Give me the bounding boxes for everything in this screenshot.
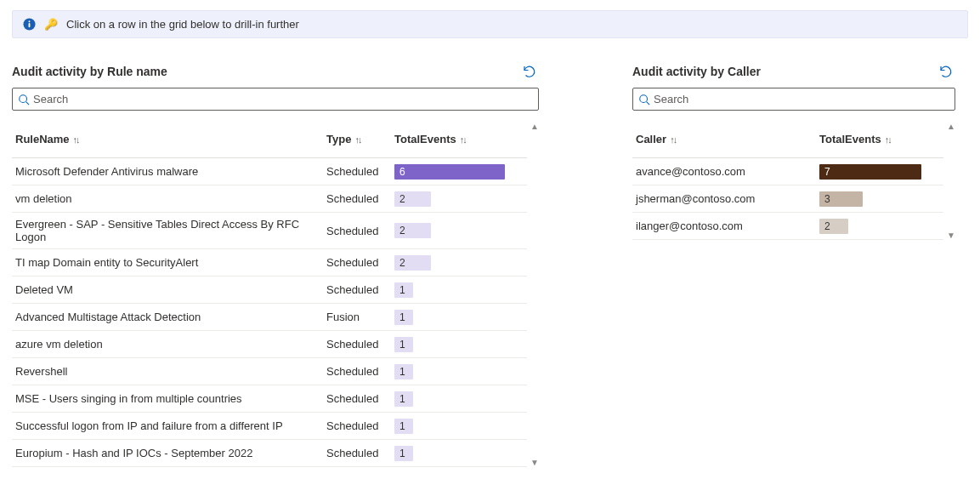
undo-button[interactable]: [937, 62, 955, 81]
sort-icon[interactable]: ↑↓: [670, 134, 676, 145]
info-icon: [23, 18, 36, 31]
cell-type: Scheduled: [326, 414, 394, 437]
table-row[interactable]: TI map Domain entity to SecurityAlertSch…: [12, 249, 527, 277]
cell-totalevents: 1: [394, 335, 505, 354]
cell-totalevents: 1: [394, 417, 505, 436]
header-type[interactable]: Type ↑↓: [326, 128, 394, 151]
search-box[interactable]: [12, 88, 539, 111]
cell-totalevents: 3: [819, 190, 921, 208]
caller-grid-header: Caller ↑↓ TotalEvents ↑↓: [632, 123, 943, 158]
cell-totalevents: 1: [394, 308, 505, 327]
cell-type: Fusion: [326, 305, 394, 328]
table-row[interactable]: azure vm deletionScheduled1: [12, 331, 527, 358]
cell-caller: ilanger@contoso.com: [632, 214, 819, 237]
table-row[interactable]: Deleted VMScheduled1: [12, 277, 527, 304]
svg-rect-1: [29, 23, 31, 27]
search-input[interactable]: [30, 91, 533, 107]
rule-grid-header: RuleName ↑↓ Type ↑↓ TotalEvents ↑↓: [12, 123, 527, 158]
search-box[interactable]: [632, 88, 955, 111]
panel-caller-title: Audit activity by Caller: [632, 65, 761, 78]
search-icon: [638, 94, 650, 105]
cell-type: Scheduled: [326, 333, 394, 356]
cell-totalevents: 1: [394, 362, 505, 381]
search-icon: [18, 94, 30, 105]
table-row[interactable]: MSE - Users singing in from multiple cou…: [12, 385, 527, 413]
cell-rulename: Microsoft Defender Antivirus malware: [12, 160, 326, 183]
cell-type: Scheduled: [326, 220, 394, 242]
scroll-track[interactable]: [532, 133, 537, 457]
table-row[interactable]: vm deletionScheduled2: [12, 185, 527, 213]
cell-totalevents: 2: [819, 217, 921, 236]
cell-totalevents: 7: [819, 163, 921, 181]
cell-totalevents: 2: [394, 254, 505, 272]
cell-rulename: Revershell: [12, 360, 326, 383]
svg-point-5: [640, 94, 648, 102]
cell-rulename: Deleted VM: [12, 278, 326, 301]
cell-type: Scheduled: [326, 160, 394, 183]
cell-rulename: Europium - Hash and IP IOCs - September …: [12, 442, 326, 465]
cell-rulename: vm deletion: [12, 187, 326, 210]
header-totalevents[interactable]: TotalEvents ↑↓: [819, 128, 921, 151]
scrollbar[interactable]: ▲ ▼: [943, 123, 955, 240]
header-totalevents[interactable]: TotalEvents ↑↓: [394, 128, 505, 151]
cell-totalevents: 2: [394, 221, 505, 240]
rule-grid: RuleName ↑↓ Type ↑↓ TotalEvents ↑↓ Micro…: [12, 123, 527, 467]
sort-icon[interactable]: ↑↓: [354, 134, 360, 145]
svg-line-4: [26, 101, 30, 105]
cell-caller: avance@contoso.com: [632, 160, 819, 183]
cell-type: Scheduled: [326, 387, 394, 410]
cell-type: Scheduled: [326, 442, 394, 465]
cell-caller: jsherman@contoso.com: [632, 187, 819, 210]
svg-rect-2: [29, 20, 31, 22]
scrollbar[interactable]: ▲ ▼: [527, 123, 539, 467]
scroll-up-icon[interactable]: ▲: [947, 123, 955, 131]
cell-rulename: MSE - Users singing in from multiple cou…: [12, 387, 326, 410]
sort-icon[interactable]: ↑↓: [460, 134, 466, 145]
scroll-down-icon[interactable]: ▼: [947, 231, 955, 240]
scroll-track[interactable]: [949, 133, 954, 230]
table-row[interactable]: avance@contoso.com7: [632, 158, 943, 185]
panel-rule-title: Audit activity by Rule name: [12, 65, 167, 78]
svg-line-6: [647, 101, 650, 105]
table-row[interactable]: Microsoft Defender Antivirus malwareSche…: [12, 158, 527, 185]
key-icon: 🔑: [44, 19, 58, 30]
table-row[interactable]: ilanger@contoso.com2: [632, 213, 943, 240]
cell-totalevents: 1: [394, 390, 505, 408]
scroll-down-icon[interactable]: ▼: [530, 459, 539, 467]
cell-totalevents: 1: [394, 444, 505, 463]
cell-rulename: Advanced Multistage Attack Detection: [12, 305, 326, 328]
table-row[interactable]: jsherman@contoso.com3: [632, 185, 943, 213]
cell-type: Scheduled: [326, 278, 394, 301]
sort-icon[interactable]: ↑↓: [73, 134, 79, 145]
search-input[interactable]: [650, 91, 949, 107]
cell-rulename: Successful logon from IP and failure fro…: [12, 414, 326, 437]
table-row[interactable]: Advanced Multistage Attack DetectionFusi…: [12, 304, 527, 331]
sort-icon[interactable]: ↑↓: [885, 134, 891, 145]
info-banner: 🔑 Click on a row in the grid below to dr…: [12, 10, 968, 38]
panel-rule: Audit activity by Rule name RuleName ↑↓ …: [12, 62, 539, 467]
cell-totalevents: 1: [394, 281, 505, 299]
header-rulename[interactable]: RuleName ↑↓: [12, 128, 326, 151]
panel-caller: Audit activity by Caller Caller ↑↓ Total…: [632, 62, 955, 240]
undo-button[interactable]: [520, 62, 539, 81]
caller-grid: Caller ↑↓ TotalEvents ↑↓ avance@contoso.…: [632, 123, 943, 240]
cell-totalevents: 6: [394, 163, 505, 181]
cell-rulename: azure vm deletion: [12, 333, 326, 356]
table-row[interactable]: Evergreen - SAP - Sensitive Tables Direc…: [12, 213, 527, 249]
table-row[interactable]: Europium - Hash and IP IOCs - September …: [12, 440, 527, 467]
cell-rulename: TI map Domain entity to SecurityAlert: [12, 251, 326, 274]
cell-type: Scheduled: [326, 187, 394, 210]
scroll-up-icon[interactable]: ▲: [530, 123, 539, 131]
cell-type: Scheduled: [326, 360, 394, 383]
cell-totalevents: 2: [394, 190, 505, 208]
banner-text: Click on a row in the grid below to dril…: [66, 18, 299, 31]
cell-rulename: Evergreen - SAP - Sensitive Tables Direc…: [12, 213, 326, 248]
header-caller[interactable]: Caller ↑↓: [632, 128, 819, 151]
svg-point-3: [20, 94, 27, 102]
cell-type: Scheduled: [326, 251, 394, 274]
table-row[interactable]: RevershellScheduled1: [12, 358, 527, 385]
table-row[interactable]: Successful logon from IP and failure fro…: [12, 413, 527, 440]
